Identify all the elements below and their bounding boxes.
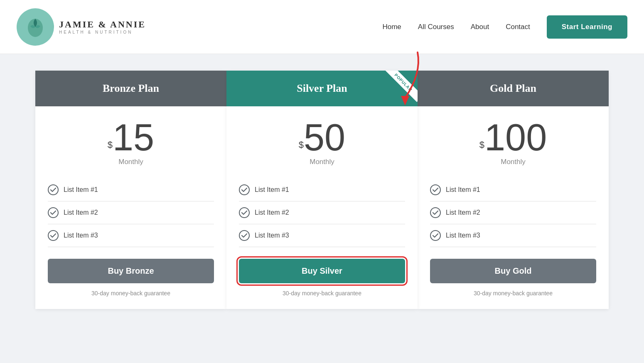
svg-point-6 (239, 208, 249, 218)
gold-plan-title: Gold Plan (490, 82, 536, 94)
check-icon (239, 230, 250, 241)
check-icon (430, 230, 441, 241)
check-icon (430, 184, 441, 195)
silver-plan-header: Silver Plan (226, 71, 418, 106)
gold-plan-body: $100 Monthly List Item #1 (418, 106, 609, 309)
nav-home[interactable]: Home (382, 23, 401, 31)
svg-point-3 (48, 231, 58, 240)
silver-plan-body: $50 Monthly List Item #1 (226, 106, 418, 309)
bronze-plan-title: Bronze Plan (103, 82, 159, 94)
logo: JAMIE & ANNIE HEALTH & NUTRITION (17, 8, 146, 46)
logo-sub-text: HEALTH & NUTRITION (59, 30, 146, 34)
nav-contact[interactable]: Contact (506, 23, 530, 31)
buy-gold-button[interactable]: Buy Gold (430, 259, 596, 283)
list-item: List Item #2 (430, 201, 596, 224)
svg-point-5 (239, 185, 249, 195)
silver-plan-title: Silver Plan (297, 82, 347, 94)
buy-bronze-button[interactable]: Buy Bronze (48, 259, 214, 283)
silver-price-area: $50 Monthly (239, 119, 405, 166)
list-item: List Item #3 (48, 224, 214, 247)
silver-price-number: 50 (304, 117, 345, 158)
buy-silver-button[interactable]: Buy Silver (239, 259, 405, 283)
svg-point-1 (48, 185, 58, 195)
check-icon (239, 184, 250, 195)
bronze-plan-header: Bronze Plan (35, 71, 226, 106)
list-item: List Item #1 (430, 179, 596, 201)
check-icon (430, 207, 441, 218)
logo-circle (17, 8, 54, 46)
svg-point-2 (48, 208, 58, 218)
plans-container: Bronze Plan $15 Monthly List Item #1 (25, 71, 619, 309)
bronze-guarantee: 30-day money-back guarantee (48, 290, 214, 297)
gold-guarantee: 30-day money-back guarantee (430, 290, 596, 297)
bronze-price-number: 15 (113, 117, 154, 158)
gold-plan-card: Gold Plan $100 Monthly List Item #1 (418, 71, 609, 309)
pricing-section: Bronze Plan $15 Monthly List Item #1 (0, 54, 644, 334)
bronze-plan-body: $15 Monthly List Item #1 (35, 106, 226, 309)
bronze-price-period: Monthly (48, 158, 214, 166)
nav-all-courses[interactable]: All Courses (418, 23, 454, 31)
logo-main-text: JAMIE & ANNIE (59, 19, 146, 30)
gold-price-area: $100 Monthly (430, 119, 596, 166)
bronze-feature-list: List Item #1 List Item #2 (48, 179, 214, 247)
list-item: List Item #1 (48, 179, 214, 201)
silver-price-period: Monthly (239, 158, 405, 166)
silver-price-currency: $ (299, 140, 304, 150)
bronze-price-area: $15 Monthly (48, 119, 214, 166)
gold-price-currency: $ (479, 140, 484, 150)
logo-text: JAMIE & ANNIE HEALTH & NUTRITION (59, 19, 146, 34)
svg-point-9 (430, 208, 440, 218)
list-item: List Item #3 (239, 224, 405, 247)
start-learning-button[interactable]: Start Learning (547, 15, 627, 39)
list-item: List Item #2 (48, 201, 214, 224)
gold-feature-list: List Item #1 List Item #2 (430, 179, 596, 247)
svg-point-10 (430, 231, 440, 240)
list-item: List Item #3 (430, 224, 596, 247)
svg-point-7 (239, 231, 249, 240)
gold-price-number: 100 (484, 117, 547, 158)
list-item: List Item #2 (239, 201, 405, 224)
bronze-plan-card: Bronze Plan $15 Monthly List Item #1 (35, 71, 226, 309)
silver-feature-list: List Item #1 List Item #2 (239, 179, 405, 247)
check-icon (48, 230, 59, 241)
svg-point-8 (430, 185, 440, 195)
silver-guarantee: 30-day money-back guarantee (239, 290, 405, 297)
gold-price-period: Monthly (430, 158, 596, 166)
nav-about[interactable]: About (471, 23, 489, 31)
check-icon (48, 207, 59, 218)
check-icon (48, 184, 59, 195)
bronze-price-currency: $ (108, 140, 113, 150)
silver-plan-card: POPULAR Silver Plan $50 Monthly (226, 71, 418, 309)
check-icon (239, 207, 250, 218)
list-item: List Item #1 (239, 179, 405, 201)
main-nav: Home All Courses About Contact Start Lea… (382, 15, 627, 39)
gold-plan-header: Gold Plan (418, 71, 609, 106)
